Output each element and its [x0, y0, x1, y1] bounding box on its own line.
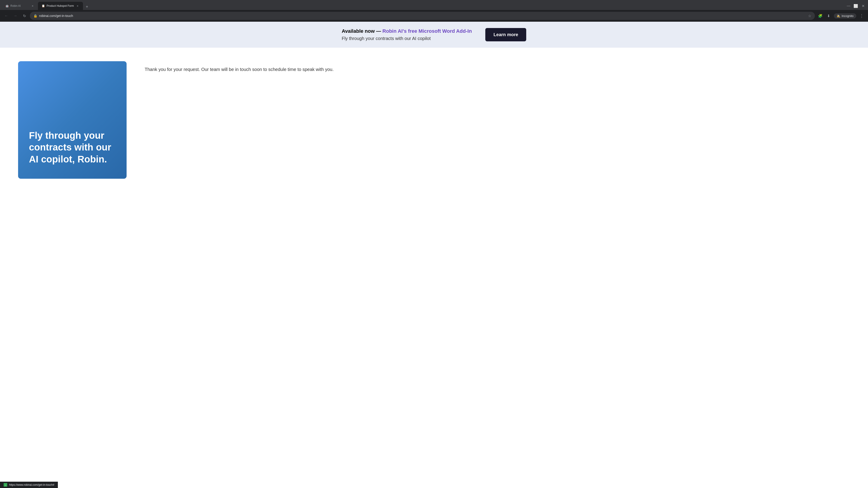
close-button[interactable]: ✕ — [860, 3, 866, 9]
banner-subtitle: Fly through your contracts with our AI c… — [342, 36, 472, 41]
nav-actions: 🧩 ⬇ — [817, 12, 832, 20]
banner-text: Available now — Robin AI's free Microsof… — [342, 28, 472, 41]
new-tab-button[interactable]: + — [84, 4, 90, 10]
download-button[interactable]: ⬇ — [825, 12, 832, 20]
tab-robin-ai[interactable]: 🤖 Robin AI ✕ — [2, 2, 38, 10]
refresh-button[interactable]: ↻ — [21, 12, 28, 20]
browser-chrome: 🤖 Robin AI ✕ 📋 Product Hubspot Form ✕ + … — [0, 0, 868, 22]
forward-button[interactable]: → — [12, 12, 19, 20]
window-controls: — ⬜ ✕ — [845, 3, 866, 9]
page-content: Available now — Robin AI's free Microsof… — [0, 22, 868, 192]
learn-more-button[interactable]: Learn more — [485, 28, 526, 41]
tab-robin-ai-favicon: 🤖 — [5, 4, 8, 7]
title-bar: 🤖 Robin AI ✕ 📋 Product Hubspot Form ✕ + … — [0, 0, 868, 10]
extensions-button[interactable]: 🧩 — [817, 12, 824, 20]
back-button[interactable]: ← — [3, 12, 10, 20]
navigation-bar: ← → ↻ 🔒 robinai.com/get-in-touch ☆ 🧩 ⬇ 🕵… — [0, 10, 868, 22]
hero-card: Fly through your contracts with our AI c… — [18, 61, 127, 179]
browser-menu-button[interactable]: ⋮ — [858, 12, 865, 20]
tab-hubspot-form[interactable]: 📋 Product Hubspot Form ✕ — [38, 2, 83, 10]
tab-robin-ai-close[interactable]: ✕ — [31, 4, 34, 8]
maximize-button[interactable]: ⬜ — [852, 3, 859, 9]
tab-hubspot-label: Product Hubspot Form — [46, 4, 74, 7]
bookmark-icon[interactable]: ☆ — [808, 14, 811, 18]
banner-headline: Available now — Robin AI's free Microsof… — [342, 28, 472, 34]
right-content: Thank you for your request. Our team wil… — [145, 61, 850, 73]
lock-icon: 🔒 — [33, 14, 37, 18]
tab-hubspot-close[interactable]: ✕ — [76, 4, 79, 8]
announcement-banner: Available now — Robin AI's free Microsof… — [0, 22, 868, 48]
tab-robin-ai-label: Robin AI — [10, 4, 29, 7]
incognito-label: Incognito — [842, 14, 854, 18]
tab-bar: 🤖 Robin AI ✕ 📋 Product Hubspot Form ✕ + — [2, 2, 90, 10]
thank-you-message: Thank you for your request. Our team wil… — [145, 66, 850, 73]
incognito-pill: 🕵 Incognito — [834, 13, 856, 19]
address-bar[interactable]: 🔒 robinai.com/get-in-touch ☆ — [30, 12, 815, 20]
banner-headline-accent: Robin AI's free Microsoft Word Add-In — [382, 28, 472, 34]
tab-hubspot-favicon: 📋 — [41, 4, 45, 7]
address-text: robinai.com/get-in-touch — [39, 14, 806, 18]
main-content: Fly through your contracts with our AI c… — [0, 48, 868, 192]
banner-headline-normal: Available now — — [342, 28, 382, 34]
minimize-button[interactable]: — — [845, 3, 852, 9]
hero-tagline: Fly through your contracts with our AI c… — [29, 130, 116, 165]
incognito-icon: 🕵 — [837, 14, 840, 18]
